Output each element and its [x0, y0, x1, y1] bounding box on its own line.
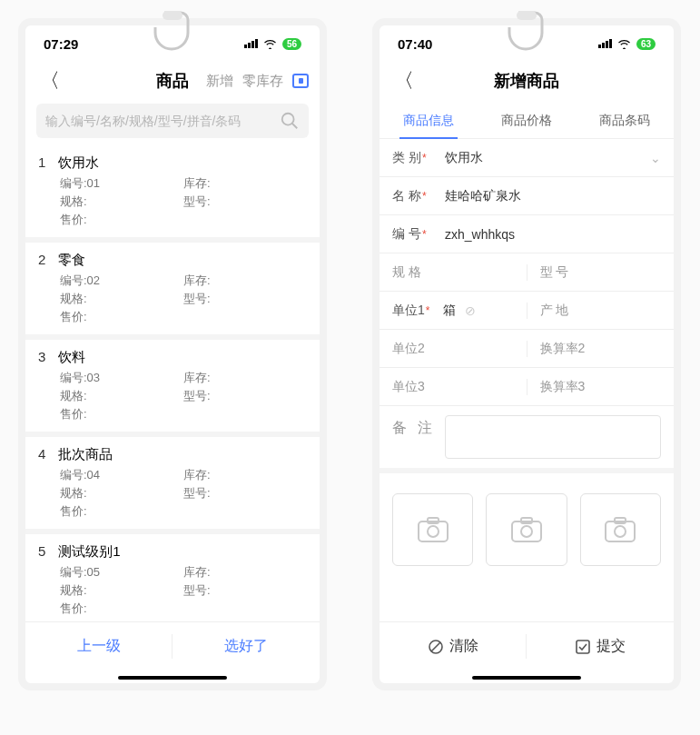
- origin-cell[interactable]: 产 地: [527, 303, 675, 319]
- name-row[interactable]: 名 称 娃哈哈矿泉水: [380, 177, 674, 215]
- tab-barcode[interactable]: 商品条码: [576, 104, 674, 138]
- list-item[interactable]: 2零食编号:02库存:规格:型号:售价:: [25, 243, 320, 334]
- camera-icon: [604, 516, 636, 543]
- code-value[interactable]: zxh_whhkqs: [438, 227, 674, 242]
- done-button[interactable]: 选好了: [173, 622, 320, 670]
- remark-row: 备 注: [380, 406, 674, 468]
- list-item[interactable]: 1饮用水编号:01库存:规格:型号:售价:: [25, 145, 320, 237]
- svg-point-11: [615, 526, 626, 537]
- page-title: 商品: [156, 70, 189, 92]
- rate3-cell[interactable]: 换算率3: [527, 379, 675, 395]
- camera-icon: [417, 516, 449, 543]
- tab-price[interactable]: 商品价格: [478, 104, 576, 138]
- svg-point-1: [282, 114, 294, 125]
- item-model: 型号:: [183, 194, 307, 210]
- unit1-text: 箱: [443, 303, 456, 319]
- rate2-label: 换算率2: [527, 341, 586, 357]
- list-item[interactable]: 5测试级别1编号:05库存:规格:型号:售价:: [25, 534, 320, 621]
- back-button[interactable]: 〈: [390, 67, 418, 94]
- name-value[interactable]: 娃哈哈矿泉水: [438, 188, 674, 204]
- photo-slot-2[interactable]: [486, 493, 567, 566]
- signal-icon: [598, 39, 612, 48]
- item-code: 编号:01: [60, 175, 183, 192]
- item-name: 批次商品: [58, 446, 113, 463]
- category-label: 类 别: [380, 150, 438, 166]
- item-code: 编号:02: [60, 273, 183, 289]
- tab-info[interactable]: 商品信息: [380, 104, 478, 138]
- item-name: 饮料: [58, 349, 85, 366]
- chevron-down-icon: ⌄: [650, 151, 674, 165]
- camera-icon: [510, 516, 543, 543]
- list-item[interactable]: 4批次商品编号:04库存:规格:型号:售价:: [25, 437, 320, 529]
- unit3-row: 单位3 换算率3: [380, 368, 674, 406]
- card-view-icon[interactable]: [292, 74, 309, 88]
- item-spec: 规格:: [60, 582, 183, 599]
- remark-input[interactable]: [445, 415, 661, 459]
- search-bar[interactable]: [36, 104, 309, 138]
- item-name: 测试级别1: [58, 543, 120, 561]
- product-list[interactable]: 1饮用水编号:01库存:规格:型号:售价:2零食编号:02库存:规格:型号:售价…: [25, 145, 320, 621]
- item-spec: 规格:: [60, 388, 183, 404]
- item-model: 型号:: [183, 582, 307, 599]
- item-code: 编号:03: [60, 370, 183, 386]
- clear-button[interactable]: 清除: [380, 622, 527, 670]
- ban-icon: [428, 639, 444, 655]
- item-model: 型号:: [183, 291, 307, 307]
- submit-button[interactable]: 提交: [527, 622, 674, 670]
- list-item[interactable]: 3饮料编号:03库存:规格:型号:售价:: [25, 340, 320, 432]
- origin-label: 产 地: [527, 303, 586, 319]
- item-name: 零食: [58, 252, 85, 269]
- svg-rect-4: [419, 521, 448, 541]
- item-spec: 规格:: [60, 194, 183, 210]
- item-price: 售价:: [60, 212, 183, 228]
- add-action[interactable]: 新增: [206, 73, 233, 90]
- battery-badge: 56: [282, 38, 301, 50]
- submit-label: 提交: [596, 637, 626, 656]
- unit3-cell[interactable]: 单位3: [380, 379, 527, 395]
- header: 〈 新增商品: [380, 62, 674, 104]
- item-index: 5: [38, 543, 45, 561]
- footer-bar: 清除 提交: [380, 621, 674, 670]
- home-indicator: [118, 676, 227, 680]
- paperclip-icon: [508, 9, 546, 51]
- spec-cell[interactable]: 规 格: [380, 264, 527, 281]
- unit2-cell[interactable]: 单位2: [380, 341, 527, 357]
- photo-slot-3[interactable]: [580, 493, 661, 566]
- page-title: 新增商品: [494, 70, 559, 92]
- item-model: 型号:: [183, 485, 307, 502]
- zero-stock-action[interactable]: 零库存: [242, 73, 283, 90]
- checkbox-icon: [575, 639, 591, 655]
- unit1-cell[interactable]: 单位1 箱 ⊘: [380, 303, 527, 319]
- status-time: 07:29: [44, 36, 78, 52]
- paperclip-icon: [153, 9, 192, 51]
- search-input[interactable]: [45, 114, 280, 128]
- photo-slot-1[interactable]: [392, 493, 473, 566]
- item-price: 售价:: [60, 406, 183, 422]
- status-time: 07:40: [398, 36, 432, 52]
- clear-icon[interactable]: ⊘: [465, 303, 476, 318]
- home-indicator: [472, 676, 581, 680]
- category-row[interactable]: 类 别 饮用水 ⌄: [380, 139, 674, 177]
- prev-level-button[interactable]: 上一级: [25, 622, 173, 670]
- svg-rect-10: [606, 521, 635, 541]
- back-button[interactable]: 〈: [36, 67, 64, 94]
- unit1-value[interactable]: 箱 ⊘: [438, 303, 527, 319]
- model-cell[interactable]: 型 号: [527, 264, 675, 281]
- svg-rect-0: [163, 11, 182, 20]
- svg-point-5: [428, 526, 439, 537]
- item-price: 售价:: [60, 309, 183, 325]
- unit1-origin-row: 单位1 箱 ⊘ 产 地: [380, 292, 674, 330]
- header: 〈 商品 新增 零库存: [25, 62, 320, 104]
- svg-line-2: [292, 124, 298, 129]
- code-row[interactable]: 编 号 zxh_whhkqs: [380, 215, 674, 253]
- item-stock: 库存:: [183, 175, 307, 192]
- item-stock: 库存:: [183, 564, 307, 581]
- spec-model-row: 规 格 型 号: [380, 253, 674, 292]
- wifi-icon: [263, 39, 277, 49]
- item-spec: 规格:: [60, 485, 183, 502]
- search-icon[interactable]: [280, 111, 300, 131]
- item-stock: 库存:: [183, 273, 307, 289]
- add-product-screen: 07:40 63 〈 新增商品 商品信息 商品价格 商品条码 类 别 饮用水 ⌄: [372, 18, 681, 690]
- rate2-cell[interactable]: 换算率2: [527, 341, 675, 357]
- item-price: 售价:: [60, 601, 183, 617]
